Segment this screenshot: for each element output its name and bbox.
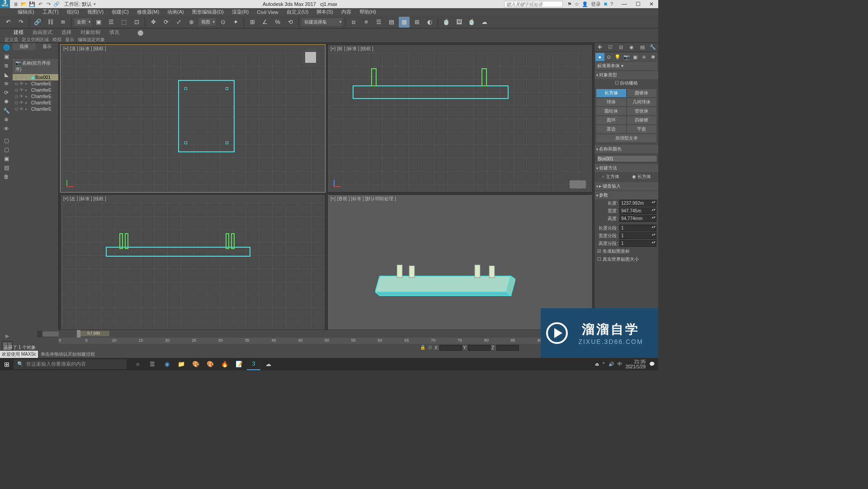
cmd-tab-create-icon[interactable]: ✚ [594, 43, 605, 52]
rotate-icon[interactable]: ⟳ [160, 17, 171, 28]
menu-script[interactable]: 脚本(S) [312, 9, 337, 15]
lt-gear-icon[interactable]: ✺ [1, 98, 12, 106]
exchange-icon[interactable]: ✖ [604, 1, 608, 7]
menu-help[interactable]: 帮助(H) [355, 9, 380, 15]
app-logo[interactable]: 3MAX [0, 0, 10, 8]
layers2-icon[interactable]: ▤ [386, 17, 397, 28]
btn-plane[interactable]: 平面 [627, 125, 657, 133]
btn-sphere[interactable]: 球体 [596, 98, 626, 106]
cat-lights-icon[interactable]: 💡 [613, 53, 622, 61]
close-button[interactable]: ✕ [645, 1, 658, 7]
btn-textplus[interactable]: 加强型文本 [596, 134, 656, 142]
scene-tab-display[interactable]: 显示 [36, 43, 59, 50]
tray-notif-icon[interactable]: 💬 [649, 362, 655, 367]
ribbon-tab-modeling[interactable]: 建模 [14, 29, 24, 36]
qat-new-icon[interactable]: 🗎 [13, 1, 19, 7]
help-search-input[interactable] [504, 1, 563, 7]
ribbon-sub-5[interactable]: 编辑选定对象 [78, 37, 105, 43]
cat-space-icon[interactable]: ≋ [640, 53, 649, 61]
menu-graph[interactable]: 图形编辑器(D) [188, 9, 228, 15]
scene-item-4[interactable]: ⊙👁▸ChamferE [13, 99, 58, 106]
render-prod-icon[interactable]: 🍵 [466, 17, 477, 28]
task-explorer-icon[interactable]: 📁 [175, 358, 188, 370]
maximize-button[interactable]: ☐ [631, 1, 645, 7]
select-icon[interactable]: ▣ [93, 17, 104, 28]
tray-ime-icon[interactable]: 中 [618, 361, 622, 367]
signin-button[interactable]: 登录 [591, 1, 601, 8]
tray-chevron-icon[interactable]: ^ [603, 362, 605, 367]
menu-animation[interactable]: 动画(A) [163, 9, 188, 15]
unlink-icon[interactable]: ⛓ [45, 17, 56, 28]
cat-cameras-icon[interactable]: 📷 [622, 53, 631, 61]
rollout-name-color[interactable]: 名称和颜色 [594, 145, 658, 153]
radio-cube[interactable]: ○ 立方体 [602, 174, 619, 180]
link-icon[interactable]: 🔗 [32, 17, 43, 28]
cmd-tab-utilities-icon[interactable]: 🔧 [648, 43, 659, 52]
lt-wrench-icon[interactable]: 🔧 [1, 107, 12, 115]
qat-undo-icon[interactable]: ↶ [37, 1, 43, 7]
redo-icon[interactable]: ↷ [15, 17, 26, 28]
lock-icon[interactable]: 🔒 [420, 345, 425, 351]
time-slider[interactable]: 0 / 100 [59, 329, 590, 338]
menu-render[interactable]: 渲染(R) [228, 9, 253, 15]
layers-icon[interactable]: ☰ [373, 17, 384, 28]
qat-save-icon[interactable]: 💾 [29, 1, 35, 7]
spin-lseg[interactable]: 1 [619, 225, 656, 231]
btn-pyramid[interactable]: 四棱锥 [627, 116, 657, 124]
task-app1-icon[interactable]: 🎨 [189, 358, 203, 370]
lt-globe-icon[interactable]: 🌐 [1, 43, 12, 52]
qat-link-icon[interactable]: 🔗 [53, 1, 60, 7]
timeline-ruler[interactable]: 0510152025303540455055606570758085909510… [59, 338, 590, 344]
lt-sq4-icon[interactable]: ▤ [1, 164, 12, 172]
manipulate-icon[interactable]: ✦ [230, 17, 241, 28]
lt-sel-icon[interactable]: ▣ [1, 52, 12, 61]
chk-gen-uvw[interactable]: ☑ 生成贴图坐标 [594, 247, 658, 255]
cat-helpers-icon[interactable]: ▣ [631, 53, 640, 61]
star-icon[interactable]: ☆ [575, 1, 579, 7]
task-app4-icon[interactable]: ☁ [261, 358, 275, 370]
scene-item-box001[interactable]: ⊙👁▸■Box001 [13, 74, 58, 80]
vp-left-label[interactable]: [+] [左 ] [标准 ] [线框 ] [63, 196, 106, 202]
named-sel-set[interactable]: 创建选择集 [302, 18, 342, 26]
chk-real-world[interactable]: ☐ 真实世界贴图大小 [594, 255, 658, 263]
help-icon[interactable]: ? [610, 1, 613, 7]
rollout-creation[interactable]: 创建方法 [594, 164, 658, 172]
vp-top-label[interactable]: [+] [顶 ] [标准 ] [线框 ] [63, 46, 106, 52]
coord-z-input[interactable] [496, 345, 519, 351]
btn-teapot[interactable]: 茶壶 [596, 125, 626, 133]
window-crossing-icon[interactable]: ⊡ [131, 17, 142, 28]
btn-geosphere[interactable]: 几何球体 [627, 98, 657, 106]
menu-modifiers[interactable]: 修改器(M) [133, 9, 164, 15]
frame-indicator[interactable]: 0 / 100 [78, 331, 109, 336]
start-button[interactable]: ⊞ [0, 358, 14, 370]
rollout-keyboard[interactable]: ▸ 键盘输入 [594, 182, 658, 190]
cat-geometry-icon[interactable]: ● [595, 53, 604, 61]
vp-persp-label[interactable]: [+] [透视 ] [标准 ] [默认明暗处理 ] [330, 196, 396, 202]
cat-shapes-icon[interactable]: ⊙ [604, 53, 613, 61]
rollout-object-type[interactable]: 对象类型 [594, 71, 658, 79]
task-cortana-icon[interactable]: ○ [131, 358, 145, 370]
menu-group[interactable]: 组(G) [63, 9, 83, 15]
lt-trash-icon[interactable]: 🗑 [1, 173, 12, 181]
ribbon-sub-2[interactable]: 定义空闲区域 [22, 37, 49, 43]
lt-layer-icon[interactable]: ≣ [1, 61, 12, 70]
menu-view[interactable]: 视图(V) [83, 9, 108, 15]
lt-eye-icon[interactable]: 👁 [1, 125, 12, 133]
menu-create[interactable]: 创建(C) [108, 9, 132, 15]
vp-front-homegrid[interactable] [570, 180, 586, 188]
scene-tab-select[interactable]: 选择 [13, 43, 36, 50]
ribbon-sub-4[interactable]: 显示 [65, 37, 74, 43]
btn-cylinder[interactable]: 圆柱体 [596, 107, 626, 115]
infocenter-icon[interactable]: ⚑ [567, 1, 572, 7]
curve-editor-icon[interactable]: ▦ [399, 17, 410, 28]
create-subcategory[interactable]: 标准基本体 ▾ [595, 62, 657, 70]
viewcube-top[interactable] [301, 47, 321, 67]
tray-sound-icon[interactable]: 🔊 [609, 362, 614, 367]
placement-icon[interactable]: ⊕ [186, 17, 197, 28]
btn-tube[interactable]: 管状体 [627, 107, 657, 115]
menu-content[interactable]: 内容 [337, 9, 355, 15]
ribbon-sub-1[interactable]: 定义流 [5, 37, 18, 43]
ref-coord-system[interactable]: 视图 [198, 18, 216, 26]
btn-cone[interactable]: 圆锥体 [627, 89, 657, 97]
scene-item-5[interactable]: ⊙👁▸ChamferE [13, 106, 58, 112]
